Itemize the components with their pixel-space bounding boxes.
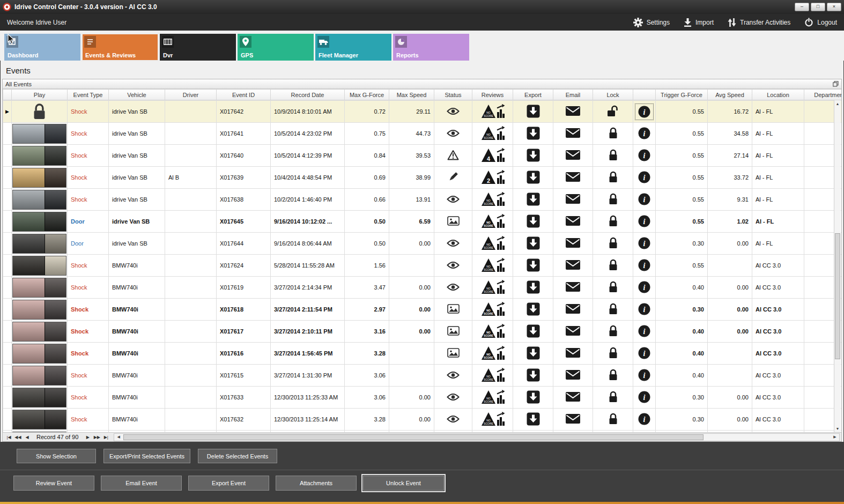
email-button[interactable] [553,145,593,167]
row-selector-cell[interactable] [3,255,12,277]
status-cell[interactable] [434,365,472,387]
email-button[interactable] [553,365,593,387]
event-thumbnail[interactable] [12,432,66,433]
row-selector-cell[interactable] [3,387,12,409]
lock-button[interactable] [593,387,633,409]
play-cell[interactable] [12,365,68,387]
event-thumbnail[interactable] [12,300,66,320]
play-cell[interactable] [12,343,68,365]
info-button[interactable]: i [633,277,656,299]
reviews-cell[interactable]: NOSCORE [472,189,513,211]
info-button[interactable]: i [633,145,656,167]
row-selector-cell[interactable] [3,299,12,321]
status-cell[interactable] [434,211,472,233]
row-selector-cell[interactable]: ▶ [3,101,12,123]
status-cell[interactable] [434,277,472,299]
email-button[interactable] [553,123,593,145]
event-row[interactable]: ShockBMW740iX0176173/27/2014 2:10:11 PM3… [3,321,842,343]
logout-button[interactable]: Logout [804,18,837,27]
event-row[interactable]: Dooridrive Van SBX0176459/16/2014 10:12:… [3,211,842,233]
email-button[interactable] [553,211,593,233]
email-button[interactable] [553,321,593,343]
tab-dvr[interactable]: Dvr [160,34,236,61]
play-cell[interactable] [12,123,68,145]
status-cell[interactable] [434,145,472,167]
email-button[interactable] [553,189,593,211]
status-cell[interactable] [434,123,472,145]
column-header[interactable]: Record Date [271,90,345,100]
next-group-button[interactable]: ▶▶ [92,435,101,440]
row-selector-cell[interactable] [3,189,12,211]
export-button[interactable] [513,189,553,211]
email-event-button[interactable]: Email Event [101,476,182,491]
event-thumbnail[interactable] [12,278,66,298]
export-button[interactable] [513,343,553,365]
email-button[interactable] [553,409,593,431]
event-row[interactable]: ShockBMW740iX01763212/30/2013 11:25:14 A… [3,409,842,431]
column-header[interactable]: Event Type [68,90,109,100]
lock-button[interactable] [593,167,633,189]
export-button[interactable] [513,277,553,299]
transfer-activities-button[interactable]: Transfer Activities [728,18,790,27]
lock-button[interactable] [593,189,633,211]
play-cell[interactable] [12,409,68,431]
reviews-cell[interactable]: NOSCORE [472,233,513,255]
review-event-button[interactable]: Review Event [13,476,94,491]
row-selector-cell[interactable] [3,409,12,431]
event-thumbnail[interactable] [12,168,66,188]
delete-selected-button[interactable]: Delete Selected Events [198,449,277,463]
scroll-left-icon[interactable]: ◀ [114,434,123,441]
event-row[interactable]: ShockBMW740iX0176163/27/2014 1:56:45 PM3… [3,343,842,365]
event-thumbnail[interactable] [12,146,66,166]
reviews-cell[interactable]: NOSCORE [472,255,513,277]
show-selection-button[interactable]: Show Selection [17,449,96,463]
lock-button[interactable] [593,299,633,321]
scroll-right-icon[interactable]: ▶ [831,434,839,441]
event-row[interactable]: Shockidrive Van SBX01764010/5/2014 4:12:… [3,145,842,167]
expand-panel-icon[interactable] [833,81,839,87]
lock-button[interactable] [593,255,633,277]
email-button[interactable] [553,167,593,189]
close-button[interactable]: × [827,3,841,11]
column-header[interactable]: Max Speed [389,90,434,100]
row-selector-cell[interactable] [3,211,12,233]
column-header[interactable] [633,90,656,100]
info-button[interactable]: i [633,123,656,145]
export-button[interactable] [513,409,553,431]
column-header[interactable]: Trigger G-Force [656,90,708,100]
maximize-button[interactable]: □ [811,3,825,11]
export-button[interactable] [513,211,553,233]
event-row[interactable]: Shockidrive Van SBX01763810/2/2014 1:46:… [3,189,842,211]
event-thumbnail[interactable] [12,410,66,429]
reviews-cell[interactable]: NOSCORE [472,277,513,299]
export-button[interactable] [513,321,553,343]
row-selector-cell[interactable] [3,123,12,145]
play-cell[interactable] [12,387,68,409]
export-button[interactable] [513,365,553,387]
lock-button[interactable] [593,365,633,387]
horizontal-scrollbar[interactable]: ◀ ▶ [114,433,840,441]
unlock-event-button[interactable]: Unlock Event [363,476,444,491]
export-button[interactable] [513,299,553,321]
export-button[interactable] [513,167,553,189]
status-cell[interactable] [434,299,472,321]
lock-button[interactable] [593,145,633,167]
event-row[interactable]: ShockBMW740iX0176193/27/2014 2:14:34 PM3… [3,277,842,299]
export-button[interactable] [513,145,553,167]
lock-button[interactable] [593,233,633,255]
export-print-selected-button[interactable]: Export/Print Selected Events [103,449,190,463]
column-header[interactable]: Play [12,90,68,100]
lock-button[interactable] [593,101,633,123]
info-button[interactable]: i [633,255,656,277]
play-cell[interactable] [12,211,68,233]
row-selector-cell[interactable] [3,343,12,365]
column-header[interactable]: Lock [593,90,633,100]
event-row[interactable]: ShockBMW740iX0176245/28/2014 11:55:28 AM… [3,255,842,277]
row-selector-cell[interactable] [3,167,12,189]
reviews-cell[interactable]: NOSCORE [472,123,513,145]
lock-button[interactable] [593,321,633,343]
column-header[interactable]: Email [553,90,593,100]
event-thumbnail[interactable] [12,124,66,144]
event-row[interactable]: ShockBMW740iX0176183/27/2014 2:11:54 PM2… [3,299,842,321]
email-button[interactable] [553,299,593,321]
